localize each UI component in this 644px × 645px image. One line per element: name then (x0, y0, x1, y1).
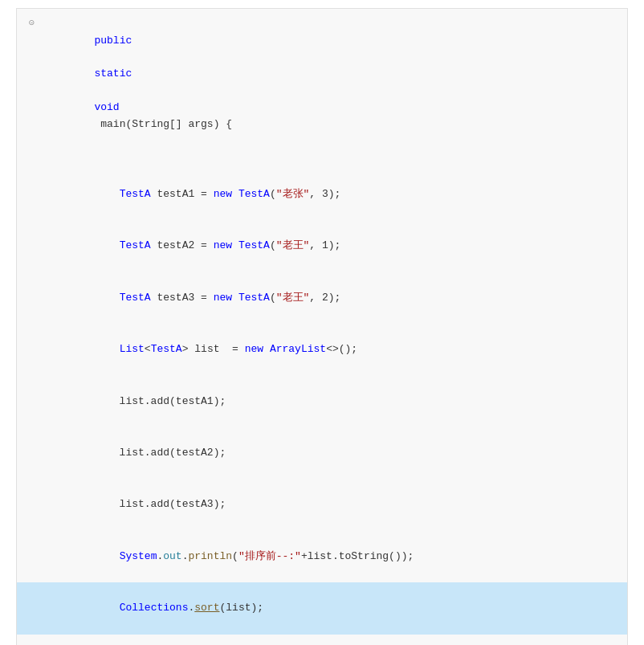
code-line: ⊝ public static void main(String[] args)… (17, 15, 627, 150)
code-line: System.out.println("排序前--:"+list.toStrin… (17, 531, 627, 582)
keyword: static (94, 67, 132, 80)
code-line (17, 150, 627, 169)
line-content: Collections.sort(list); (41, 583, 627, 633)
line-content: TestA testA3 = new TestA("老王", 2); (41, 273, 627, 323)
line-gutter (17, 273, 41, 323)
line-content: System.out.println("排序前--:"+list.toStrin… (41, 532, 627, 582)
line-gutter (17, 169, 41, 219)
line-content: System.out.println("排序后--:"+list.toStrin… (41, 635, 627, 645)
line-gutter (17, 583, 41, 633)
line-gutter (17, 635, 41, 645)
line-content: List<TestA> list = new ArrayList<>(); (41, 325, 627, 374)
line-content: TestA testA2 = new TestA("老王", 1); (41, 222, 627, 271)
line-gutter (17, 532, 41, 582)
code-line-highlighted: Collections.sort(list); (17, 582, 627, 634)
line-gutter (17, 151, 41, 168)
code-line: List<TestA> list = new ArrayList<>(); (17, 324, 627, 375)
code-line: list.add(testA2); (17, 427, 627, 479)
code-line: TestA testA1 = new TestA("老张", 3); (17, 169, 627, 220)
keyword: public (94, 35, 132, 47)
line-gutter (17, 377, 41, 427)
keyword: void (94, 101, 119, 113)
line-content: list.add(testA1); (41, 377, 627, 427)
line-content: public static void main(String[] args) { (41, 16, 627, 149)
code-line: TestA testA3 = new TestA("老王", 2); (17, 272, 627, 324)
line-content: TestA testA1 = new TestA("老张", 3); (41, 169, 627, 219)
line-gutter (17, 222, 41, 271)
code-line: list.add(testA1); (17, 376, 627, 427)
code-line: list.add(testA3); (17, 480, 627, 531)
line-content: list.add(testA3); (41, 480, 627, 530)
line-gutter (17, 428, 41, 478)
code-line: System.out.println("排序后--:"+list.toStrin… (17, 635, 627, 645)
line-gutter (17, 325, 41, 374)
page-container: ⊝ public static void main(String[] args)… (0, 0, 644, 645)
line-gutter: ⊝ (17, 16, 41, 149)
line-gutter (17, 480, 41, 530)
code-block-main: ⊝ public static void main(String[] args)… (16, 8, 628, 645)
line-content: list.add(testA2); (41, 428, 627, 478)
line-content (41, 151, 627, 168)
code-line: TestA testA2 = new TestA("老王", 1); (17, 221, 627, 272)
